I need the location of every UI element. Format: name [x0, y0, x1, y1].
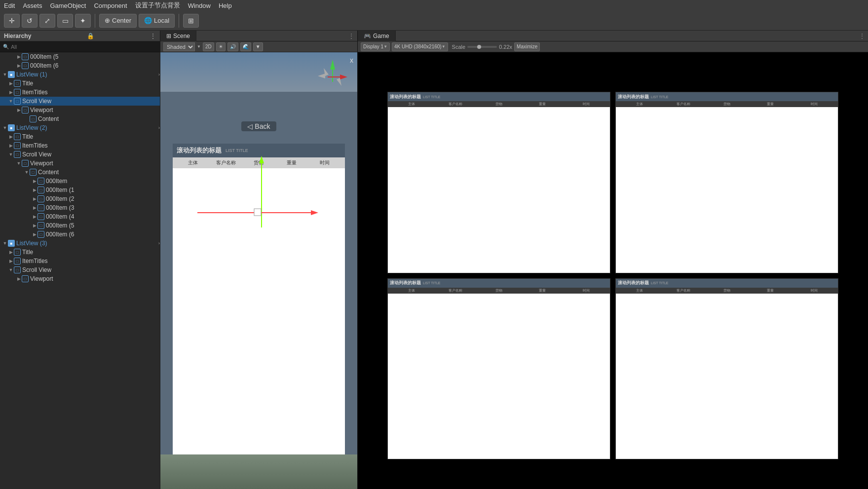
svg-rect-11: [254, 209, 261, 216]
local-button[interactable]: 🌐 Local: [139, 14, 175, 28]
transform-gizmo: [173, 168, 345, 459]
game-listcard-3: 滚动列表的标题 LIST TITLE 主体 客户名称 货物 重量 时间: [387, 278, 610, 460]
tree-arrow: ▼: [24, 169, 30, 175]
maximize-button[interactable]: Maximize: [514, 42, 540, 51]
tree-item-000item-3[interactable]: ▶ □ 000Item (3: [0, 203, 160, 212]
tree-arrow: ▶: [8, 143, 14, 149]
more-button[interactable]: ▼: [253, 42, 263, 51]
hierarchy-lock-icon[interactable]: 🔒: [87, 33, 94, 39]
menu-edit[interactable]: Edit: [4, 2, 15, 9]
list-card-col-1: 主体: [618, 288, 661, 293]
list-card-header-4: 滚动列表的标题 LIST TITLE: [616, 279, 838, 288]
display-label: Display 1: [363, 44, 383, 49]
center-label: Center: [112, 17, 131, 24]
tab-game[interactable]: 🎮 Game: [358, 31, 396, 41]
tree-arrow: ▶: [8, 89, 14, 95]
tree-item-title2[interactable]: ▶ □ Title: [0, 132, 160, 141]
tree-item-itemtitles2[interactable]: ▶ □ ItemTitles: [0, 141, 160, 150]
display-dropdown[interactable]: Display 1 ▼: [361, 42, 390, 51]
local-icon: 🌐: [144, 17, 152, 24]
scene-close-button[interactable]: x: [350, 56, 353, 64]
tree-item-listview1[interactable]: ▼ ■ ListView (1) ›: [0, 70, 160, 79]
menu-window[interactable]: Window: [188, 2, 211, 9]
col-header-4: 重量: [275, 159, 308, 166]
menu-component[interactable]: Component: [94, 2, 127, 9]
scale-tool-button[interactable]: ⤢: [39, 14, 55, 28]
tree-item-000item6[interactable]: ▶ □ 000Item (6: [0, 61, 160, 70]
tree-item-000item-a[interactable]: ▶ □ 000Item: [0, 177, 160, 186]
tree-label: Viewport: [30, 160, 53, 167]
list-card-col-4: 重量: [521, 102, 564, 107]
tree-label: 000Item (3: [46, 204, 74, 211]
tab-scene[interactable]: ⊞ Scene: [160, 31, 196, 41]
list-card-col-3: 货物: [477, 288, 521, 293]
tree-arrow: ▶: [8, 258, 14, 264]
effects-button[interactable]: 🌊: [240, 42, 251, 51]
game-controller-icon: 🎮: [364, 33, 371, 39]
light-button[interactable]: ☀: [216, 42, 226, 51]
svg-marker-10: [311, 210, 318, 215]
tree-label: Scroll View: [22, 266, 51, 273]
tree-item-000item-6b[interactable]: ▶ □ 000Item (6: [0, 230, 160, 239]
tree-item-listview2[interactable]: ▼ ■ ListView (2) ›: [0, 123, 160, 132]
tree-item-itemtitles1[interactable]: ▶ □ ItemTitles: [0, 88, 160, 97]
tree-item-scrollview1[interactable]: ▼ □ Scroll View: [0, 97, 160, 106]
tree-item-title1[interactable]: ▶ □ Title: [0, 79, 160, 88]
tree-item-000item5[interactable]: ▶ □ 000Item (5: [0, 52, 160, 61]
tree-item-itemtitles3[interactable]: ▶ □ ItemTitles: [0, 257, 160, 265]
move-tool-button[interactable]: ✛: [4, 14, 20, 28]
scale-slider-group: 0.22x: [467, 44, 512, 50]
rect-tool-button[interactable]: ▭: [57, 14, 73, 28]
resolution-dropdown[interactable]: 4K UHD (3840x2160) ▼: [392, 42, 448, 51]
scene-tab-menu[interactable]: ⋮: [345, 33, 357, 39]
back-button[interactable]: ◁ Back: [241, 121, 276, 131]
scale-slider[interactable]: [467, 46, 497, 48]
tree-item-000item-5b[interactable]: ▶ □ 000Item (5: [0, 221, 160, 230]
audio-button[interactable]: 🔊: [227, 42, 238, 51]
tree-label: Title: [22, 249, 33, 256]
tree-label: ItemTitles: [22, 258, 48, 264]
menu-assets[interactable]: Assets: [23, 2, 42, 9]
2d-button[interactable]: 2D: [203, 42, 214, 51]
tree-label: 000Item (5: [30, 53, 58, 60]
tree-item-viewport1[interactable]: ▶ □ Viewport: [0, 106, 160, 114]
tree-item-000item-1[interactable]: ▶ □ 000Item (1: [0, 186, 160, 194]
rotate-tool-button[interactable]: ↺: [22, 14, 38, 28]
tree-item-scrollview2[interactable]: ▼ □ Scroll View: [0, 150, 160, 159]
scene-list-subtitle: LIST TITLE: [226, 148, 248, 153]
hierarchy-menu-icon[interactable]: ⋮: [150, 33, 156, 39]
cube-icon: ■: [8, 240, 15, 247]
transform-tool-button[interactable]: ✦: [75, 14, 91, 28]
menu-help[interactable]: Help: [219, 2, 232, 9]
search-input[interactable]: [11, 44, 157, 50]
tree-item-content2[interactable]: ▼ □ Content: [0, 168, 160, 177]
tree-label: Content: [38, 115, 59, 122]
tree-item-title3[interactable]: ▶ □ Title: [0, 248, 160, 257]
tree-item-viewport2[interactable]: ▼ □ Viewport: [0, 159, 160, 168]
scene-terrain: [160, 454, 357, 489]
tree-item-000item-4[interactable]: ▶ □ 000Item (4: [0, 212, 160, 221]
list-card-cols-4: 主体 客户名称 货物 重量 时间: [616, 288, 838, 294]
menu-setbg[interactable]: 设置子节点背景: [135, 1, 180, 10]
list-card-col-5: 时间: [565, 102, 608, 107]
shading-dropdown-arrow: ▼: [197, 44, 201, 49]
list-card-header-3: 滚动列表的标题 LIST TITLE: [388, 279, 610, 288]
scene-list-ui: 滚动列表的标题 LIST TITLE 主体 客户名称 货物 重量 时间: [173, 144, 345, 459]
tree-item-000item-2[interactable]: ▶ □ 000Item (2: [0, 194, 160, 203]
grid-button[interactable]: ⊞: [183, 14, 199, 28]
center-button[interactable]: ⊕ Center: [99, 14, 137, 28]
scene-list-body: [173, 168, 345, 459]
tree-item-listview3[interactable]: ▼ ■ ListView (3) ›: [0, 239, 160, 248]
toolbar-separator-2: [179, 14, 179, 28]
tree-item-viewport3[interactable]: ▶ □ Viewport: [0, 274, 160, 283]
menu-gameobject[interactable]: GameObject: [50, 2, 86, 9]
cube-outline-icon: □: [14, 151, 21, 158]
tree-item-scrollview3[interactable]: ▼ □ Scroll View: [0, 265, 160, 274]
game-tab-menu[interactable]: ⋮: [856, 33, 868, 39]
list-card-subtitle-2: LIST TITLE: [651, 95, 669, 99]
list-card-col-5: 时间: [565, 288, 608, 293]
tree-arrow: [24, 116, 30, 122]
tree-arrow: ▶: [16, 107, 22, 113]
tree-item-content1[interactable]: □ Content: [0, 114, 160, 123]
shading-dropdown[interactable]: Shaded: [163, 42, 195, 51]
